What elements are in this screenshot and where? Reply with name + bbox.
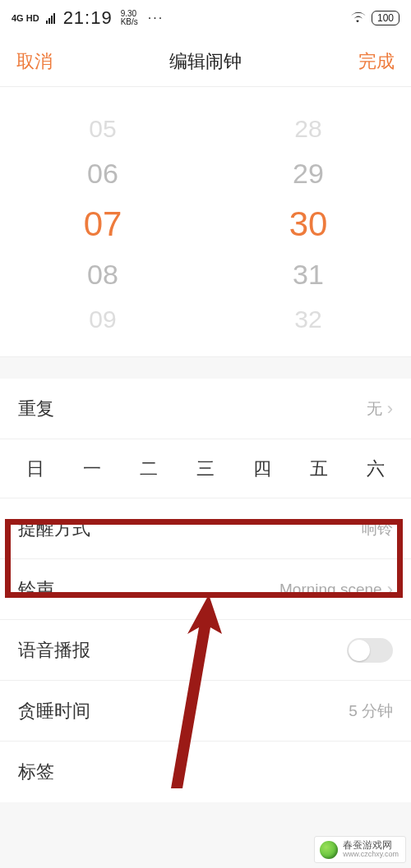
hour-wheel[interactable]: 05 06 07 08 09	[0, 115, 206, 333]
watermark: 春蚕游戏网 www.czchxy.com	[314, 836, 406, 863]
hour-selected[interactable]: 07	[84, 204, 122, 244]
snooze-row[interactable]: 贪睡时间 5 分钟	[0, 681, 411, 742]
remind-mode-label: 提醒方式	[18, 517, 90, 541]
tag-label: 标签	[18, 760, 54, 784]
statusbar-right: 100	[349, 11, 399, 26]
minute-selected[interactable]: 30	[289, 204, 328, 244]
minute-wheel[interactable]: 28 29 30 31 32	[206, 115, 411, 333]
weekday-fri[interactable]: 五	[307, 457, 331, 481]
tag-row[interactable]: 标签	[0, 742, 411, 802]
wifi-icon	[349, 11, 367, 26]
statusbar-clock: 21:19	[63, 7, 113, 29]
network-indicator: 4G HD	[12, 13, 39, 23]
minute-option[interactable]: 32	[294, 305, 321, 333]
cancel-button[interactable]: 取消	[16, 49, 53, 74]
repeat-value: 无 ›	[367, 398, 393, 420]
minute-option[interactable]: 31	[293, 259, 324, 291]
voice-announce-row[interactable]: 语音播报	[0, 620, 411, 681]
hour-option[interactable]: 09	[89, 305, 116, 333]
hour-option[interactable]: 08	[87, 259, 118, 291]
remind-mode-value: 响铃	[362, 518, 393, 540]
ringtone-label: 铃声	[18, 577, 54, 602]
remind-mode-row[interactable]: 提醒方式 响铃	[0, 498, 411, 559]
repeat-value-text: 无	[367, 398, 382, 420]
chevron-right-icon: ›	[387, 398, 393, 420]
weekday-tue[interactable]: 二	[136, 457, 161, 481]
chevron-right-icon: ›	[387, 579, 393, 600]
weekday-sun[interactable]: 日	[23, 457, 48, 481]
weekday-thu[interactable]: 四	[250, 457, 275, 481]
snooze-value: 5 分钟	[349, 700, 393, 722]
speed-unit: KB/s	[121, 17, 138, 26]
ringtone-row[interactable]: 铃声 Morning scene ›	[0, 559, 411, 620]
voice-announce-toggle[interactable]	[347, 638, 393, 663]
repeat-row[interactable]: 重复 无 ›	[0, 379, 411, 439]
statusbar-left: 4G HD 21:19 9.30 KB/s ···	[12, 7, 164, 29]
more-icon: ···	[148, 11, 164, 25]
voice-announce-label: 语音播报	[18, 638, 90, 663]
battery-indicator: 100	[372, 11, 399, 25]
navbar: 取消 编辑闹钟 完成	[0, 36, 411, 87]
done-button[interactable]: 完成	[358, 49, 395, 74]
signal-icon	[46, 13, 55, 24]
ringtone-value-text: Morning scene	[279, 581, 382, 599]
network-speed: 9.30 KB/s	[121, 10, 138, 26]
minute-option[interactable]: 29	[293, 158, 324, 190]
status-bar: 4G HD 21:19 9.30 KB/s ··· 100	[0, 0, 411, 36]
time-picker[interactable]: 05 06 07 08 09 28 29 30 31 32	[0, 87, 411, 357]
weekday-wed[interactable]: 三	[193, 457, 218, 481]
weekday-selector[interactable]: 日 一 二 三 四 五 六	[0, 439, 411, 498]
minute-option[interactable]: 28	[294, 115, 321, 143]
snooze-label: 贪睡时间	[18, 699, 90, 723]
weekday-mon[interactable]: 一	[80, 457, 104, 481]
ringtone-value: Morning scene ›	[279, 579, 393, 600]
page-title: 编辑闹钟	[169, 49, 242, 74]
watermark-sub: www.czchxy.com	[343, 851, 399, 859]
hour-option[interactable]: 05	[89, 115, 116, 143]
repeat-label: 重复	[18, 397, 54, 421]
hour-option[interactable]: 06	[87, 158, 118, 190]
weekday-sat[interactable]: 六	[363, 457, 388, 481]
